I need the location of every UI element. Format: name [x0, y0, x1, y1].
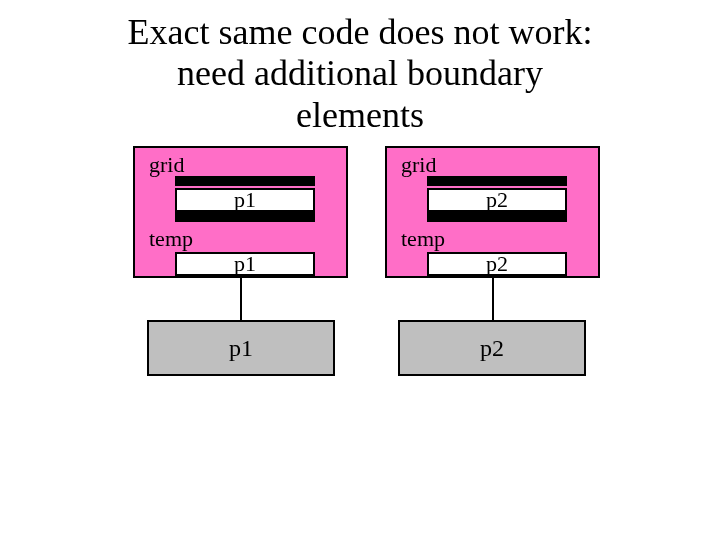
left-grey-box: p1 — [147, 320, 335, 376]
left-temp-label: temp — [149, 228, 332, 250]
right-grid-top-bar — [427, 176, 567, 186]
diagram-area: grid p1 temp p1 grid p2 temp p2 p1 p2 — [0, 146, 720, 526]
slide-title: Exact same code does not work: need addi… — [0, 0, 720, 146]
right-temp-cell: p2 — [427, 252, 567, 276]
right-grid-label: grid — [401, 154, 584, 176]
left-grid-label: grid — [149, 154, 332, 176]
right-grey-box: p2 — [398, 320, 586, 376]
left-pink-box: grid p1 temp p1 — [133, 146, 348, 278]
left-grid-top-bar — [175, 176, 315, 186]
title-line-2: need additional boundary — [177, 53, 543, 93]
right-temp-label: temp — [401, 228, 584, 250]
right-grid-bottom-bar — [427, 212, 567, 222]
title-line-1: Exact same code does not work: — [128, 12, 593, 52]
left-grid-bottom-bar — [175, 212, 315, 222]
title-line-3: elements — [296, 95, 424, 135]
right-pink-box: grid p2 temp p2 — [385, 146, 600, 278]
left-connector — [240, 278, 242, 320]
left-grid-cell: p1 — [175, 188, 315, 212]
right-connector — [492, 278, 494, 320]
left-temp-cell: p1 — [175, 252, 315, 276]
right-grid-cell: p2 — [427, 188, 567, 212]
